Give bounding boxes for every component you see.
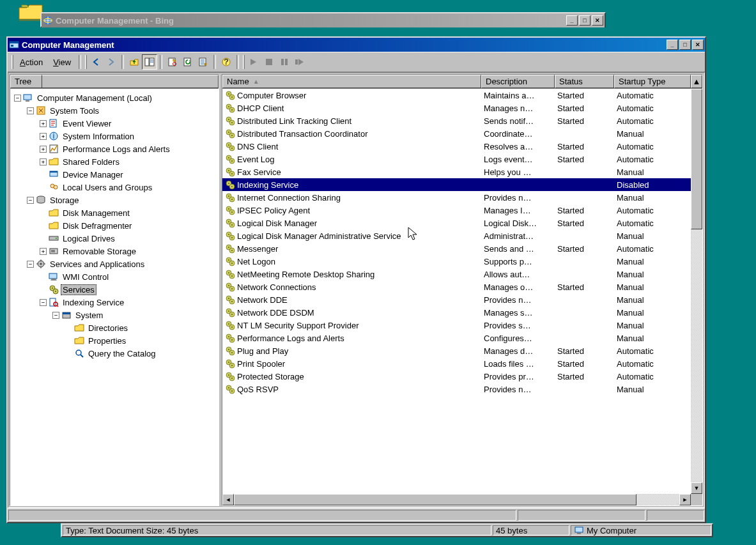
collapse-icon[interactable]: − [27,107,34,114]
service-row[interactable]: Network DDE DSDMManages s…Manual [222,306,691,319]
collapse-icon[interactable]: − [27,261,34,268]
service-row[interactable]: DNS ClientResolves a…StartedAutomatic [222,140,691,153]
close-button[interactable]: ✕ [692,40,704,50]
service-stop-button[interactable] [261,54,277,70]
tree-item[interactable]: Disk Management [10,206,219,219]
service-row[interactable]: Network DDEProvides n…Manual [222,293,691,306]
column-status[interactable]: Status [555,75,614,88]
menu-action[interactable]: Action [15,56,48,68]
collapse-icon[interactable]: − [27,197,34,204]
properties-button[interactable] [165,54,180,70]
service-row[interactable]: Computer BrowserMaintains a…StartedAutom… [222,89,691,102]
bg-maximize-button[interactable]: □ [579,15,590,26]
service-row[interactable]: Logical Disk Manager Administrative Serv… [222,229,691,242]
tree-item[interactable]: Disk Defragmenter [10,219,219,232]
tree-item[interactable]: Services [10,283,219,296]
expand-icon[interactable]: + [40,158,47,165]
service-row[interactable]: QoS RSVPProvides n…Manual [222,383,691,395]
tree-item[interactable]: −Indexing Service [10,296,219,309]
collapse-icon[interactable]: − [40,299,47,306]
background-window[interactable]: Computer Management - Bing _ □ ✕ [40,12,606,27]
tree-item[interactable]: +iSystem Information [10,130,219,142]
scroll-down-button[interactable]: ▼ [691,482,702,494]
tree-item[interactable]: −System Tools [10,104,219,117]
desktop-folder-icon[interactable] [18,1,43,22]
service-row[interactable]: Print SpoolerLoads files …StartedAutomat… [222,357,691,370]
service-row[interactable]: Plug and PlayManages d…StartedAutomatic [222,344,691,357]
tree-item[interactable]: Query the Catalog [10,347,219,360]
up-folder-button[interactable] [127,54,142,70]
tree-item[interactable]: +Performance Logs and Alerts [10,142,219,155]
column-description[interactable]: Description [481,75,555,88]
expand-icon[interactable]: + [40,248,47,255]
service-row[interactable]: Logical Disk ManagerLogical Disk…Started… [222,217,691,229]
tree-item[interactable]: +Removable Storage [10,245,219,257]
collapse-icon[interactable]: − [14,95,21,102]
svg-point-132 [231,352,233,353]
service-row[interactable]: Fax ServiceHelps you …Manual [222,165,691,178]
nav-back-button[interactable] [88,54,104,70]
column-startup-type[interactable]: Startup Type [614,75,691,88]
service-row[interactable]: Performance Logs and AlertsConfigures…Ma… [222,332,691,344]
tree-item[interactable]: Local Users and Groups [10,181,219,194]
service-row[interactable]: IPSEC Policy AgentManages I…StartedAutom… [222,204,691,217]
tree-item[interactable]: −System [10,309,219,321]
service-status: Started [555,206,614,215]
svg-line-44 [57,305,58,307]
service-row[interactable]: NetMeeting Remote Desktop SharingAllows … [222,268,691,280]
maximize-button[interactable]: □ [679,40,691,50]
tree-item[interactable]: +Shared Folders [10,155,219,168]
show-tree-button[interactable] [142,54,157,70]
service-row[interactable]: Distributed Transaction CoordinatorCoord… [222,127,691,140]
service-restart-button[interactable] [292,54,307,70]
tree-item[interactable]: Directories [10,321,219,334]
service-row[interactable]: MessengerSends and …StartedAutomatic [222,242,691,255]
service-row[interactable]: DHCP ClientManages n…StartedAutomatic [222,102,691,114]
collapse-icon[interactable]: − [52,312,59,319]
service-pause-button[interactable] [277,54,292,70]
tree-item[interactable]: −Storage [10,194,219,206]
service-row[interactable]: Distributed Link Tracking ClientSends no… [222,114,691,127]
menu-view[interactable]: View [48,56,76,68]
services-list[interactable]: Computer BrowserMaintains a…StartedAutom… [222,89,702,505]
service-start-button[interactable] [246,54,261,70]
nav-forward-button[interactable] [104,54,119,70]
tree-item[interactable]: Properties [10,334,219,347]
service-row[interactable]: Net LogonSupports p…Manual [222,255,691,268]
scroll-left-button[interactable]: ◄ [222,494,234,505]
vertical-scrollbar[interactable]: ▼ [691,89,702,494]
service-row[interactable]: Network ConnectionsManages o…StartedManu… [222,280,691,293]
tree-view[interactable]: −Computer Management (Local)−System Tool… [10,89,219,505]
scroll-right-button[interactable]: ► [679,494,691,505]
minimize-button[interactable]: _ [667,40,678,50]
tree-item[interactable]: Device Manager [10,168,219,181]
service-row[interactable]: Event LogLogs event…StartedAutomatic [222,153,691,165]
column-name[interactable]: Name▲ [222,75,481,88]
scroll-up-button[interactable]: ▲ [691,75,702,88]
bg-close-button[interactable]: ✕ [592,15,603,26]
refresh-button[interactable] [180,54,196,70]
service-row[interactable]: Internet Connection SharingProvides n…Ma… [222,191,691,204]
expand-icon[interactable]: + [40,146,47,153]
tree-item[interactable]: WMI Control [10,270,219,283]
tree-item[interactable]: +Event Viewer [10,117,219,130]
titlebar[interactable]: Computer Management _ □ ✕ [8,38,705,52]
help-button[interactable]: ? [219,54,234,70]
service-row[interactable]: NT LM Security Support ProviderProvides … [222,319,691,332]
horizontal-scrollbar[interactable]: ◄ ► [222,494,691,505]
expand-icon[interactable]: + [40,120,47,127]
storage-icon [36,195,46,205]
tree-item[interactable]: Logical Drives [10,232,219,245]
tree-item[interactable]: −Computer Management (Local) [10,91,219,104]
svg-rect-145 [575,527,583,532]
service-name: Distributed Transaction Coordinator [237,129,368,139]
export-list-button[interactable] [196,54,211,70]
bg-minimize-button[interactable]: _ [566,15,578,26]
service-row[interactable]: Indexing ServiceDisabled [222,178,691,191]
svg-rect-4 [11,45,13,47]
service-row[interactable]: Protected StorageProvides pr…StartedAuto… [222,370,691,383]
expand-icon[interactable]: + [40,133,47,140]
service-status: Started [555,372,614,381]
tree-tab[interactable]: Tree [10,75,42,88]
tree-item[interactable]: −Services and Applications [10,257,219,270]
